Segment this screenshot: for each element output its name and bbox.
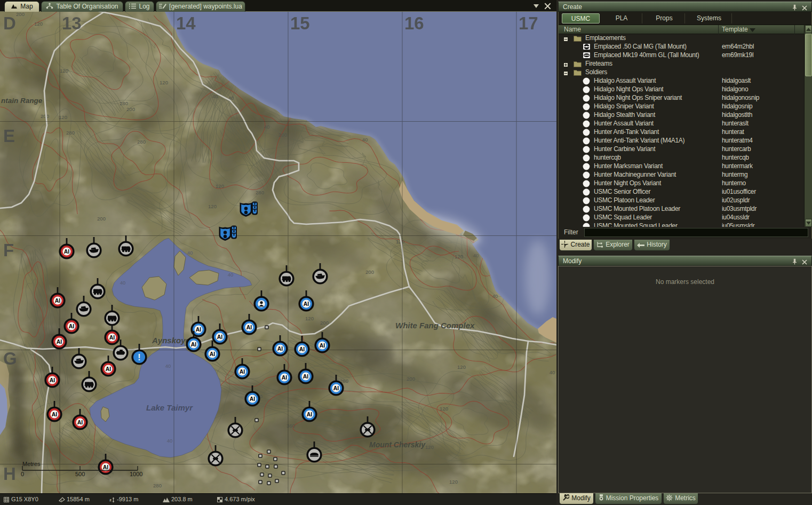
svg-text:280: 280: [120, 100, 128, 106]
svg-text:120: 120: [160, 80, 168, 85]
svg-text:40: 40: [167, 438, 173, 444]
svg-text:AI: AI: [303, 373, 309, 380]
svg-text:!: !: [138, 353, 140, 362]
svg-text:120: 120: [60, 68, 68, 74]
svg-text:AI: AI: [196, 326, 202, 333]
svg-text:14: 14: [176, 13, 196, 33]
svg-text:280: 280: [256, 190, 264, 195]
svg-text:E: E: [3, 126, 15, 146]
svg-text:Metres: Metres: [22, 461, 41, 467]
svg-text:AI: AI: [77, 419, 83, 425]
svg-text:D: D: [3, 13, 16, 33]
svg-text:120: 120: [425, 444, 434, 450]
svg-text:AI: AI: [69, 323, 75, 329]
svg-text:200: 200: [407, 376, 415, 382]
svg-text:G: G: [3, 349, 17, 368]
svg-text:280: 280: [66, 130, 75, 136]
svg-text:40: 40: [187, 250, 193, 256]
svg-text:16: 16: [404, 13, 424, 33]
svg-text:AI: AI: [64, 248, 70, 255]
svg-text:360: 360: [286, 423, 295, 429]
svg-text:White Fang Complex: White Fang Complex: [395, 321, 475, 330]
svg-text:500: 500: [75, 471, 85, 477]
svg-text:AI: AI: [103, 464, 109, 470]
svg-text:40: 40: [550, 369, 555, 375]
svg-text:AI: AI: [57, 338, 62, 345]
svg-text:AI: AI: [277, 345, 283, 352]
svg-text:Lake Taimyr: Lake Taimyr: [146, 403, 193, 412]
svg-text:1000: 1000: [130, 471, 142, 477]
svg-text:40: 40: [362, 137, 368, 143]
svg-text:AI: AI: [333, 385, 339, 391]
svg-text:AI: AI: [52, 411, 58, 417]
svg-text:AI: AI: [210, 351, 216, 357]
svg-text:F: F: [3, 240, 14, 260]
svg-text:40: 40: [492, 293, 498, 299]
svg-text:AI: AI: [50, 377, 55, 383]
svg-text:AI: AI: [240, 368, 245, 375]
svg-text:200: 200: [278, 132, 287, 138]
svg-text:280: 280: [153, 483, 162, 488]
svg-text:AI: AI: [250, 396, 256, 402]
svg-text:AI: AI: [191, 341, 197, 348]
svg-text:280: 280: [137, 139, 146, 145]
svg-text:40: 40: [228, 272, 234, 278]
svg-text:120: 120: [216, 183, 224, 189]
svg-text:200: 200: [16, 11, 25, 17]
svg-text:200: 200: [365, 269, 374, 275]
svg-text:120: 120: [449, 479, 458, 485]
svg-text:AI: AI: [217, 334, 223, 340]
svg-text:120: 120: [305, 315, 314, 321]
svg-text:z: z: [109, 498, 112, 502]
svg-text:AI: AI: [109, 334, 115, 341]
svg-text:AI: AI: [307, 411, 313, 417]
svg-text:17: 17: [519, 13, 538, 33]
svg-text:200: 200: [126, 106, 135, 112]
svg-text:AI: AI: [320, 342, 325, 349]
svg-text:40: 40: [264, 124, 270, 130]
svg-text:H: H: [3, 464, 16, 484]
svg-text:Aynskoye: Aynskoye: [152, 336, 190, 345]
svg-text:120: 120: [208, 203, 217, 209]
svg-text:200: 200: [97, 216, 106, 222]
svg-text:AI: AI: [106, 366, 112, 372]
svg-text:13: 13: [62, 13, 82, 33]
svg-text:Mount Cherskiy: Mount Cherskiy: [369, 440, 426, 449]
svg-text:40: 40: [165, 363, 171, 369]
svg-text:AI: AI: [246, 324, 252, 330]
svg-text:AI: AI: [299, 346, 305, 352]
svg-text:120: 120: [457, 364, 466, 370]
svg-text:AI: AI: [55, 297, 61, 304]
svg-text:ntain Range: ntain Range: [1, 97, 43, 105]
svg-text:200: 200: [41, 113, 49, 119]
svg-text:120: 120: [455, 254, 463, 259]
svg-text:AI: AI: [282, 374, 288, 381]
svg-text:40: 40: [120, 280, 126, 286]
svg-text:15: 15: [290, 13, 310, 33]
svg-text:AI: AI: [304, 301, 309, 307]
svg-text:200: 200: [320, 320, 329, 326]
svg-text:120: 120: [440, 406, 448, 412]
svg-text:0: 0: [21, 471, 24, 477]
svg-text:120: 120: [34, 21, 43, 27]
